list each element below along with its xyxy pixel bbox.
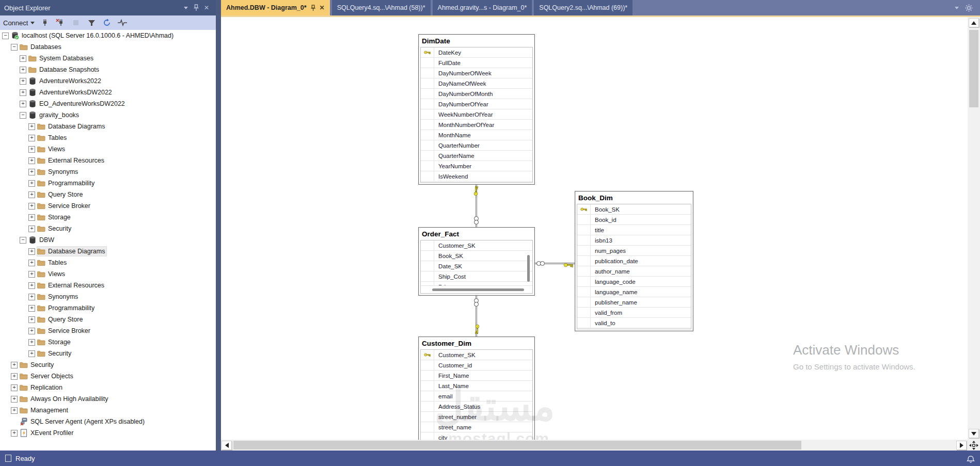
table-column-row[interactable]: valid_from (577, 308, 691, 318)
tab-close-icon[interactable]: ✕ (320, 4, 325, 11)
tree-item-query-store[interactable]: +Query Store (0, 314, 216, 325)
expand-box-icon[interactable]: + (28, 191, 35, 198)
tree-item-external-resources[interactable]: +External Resources (0, 280, 216, 291)
expand-box-icon[interactable]: + (28, 180, 35, 187)
tree-item-views[interactable]: +Views (0, 268, 216, 280)
expand-box-icon[interactable]: + (28, 260, 35, 266)
table-column-row[interactable]: Ship_Cost (421, 271, 532, 282)
expand-box-icon[interactable]: + (28, 123, 35, 130)
tree-item-database-snapshots[interactable]: +Database Snapshots (0, 64, 216, 75)
collapse-box-icon[interactable]: − (20, 112, 26, 119)
expand-box-icon[interactable]: + (11, 396, 18, 403)
table-column-row[interactable]: street_number (421, 412, 532, 422)
vertical-scrollbar-thumb[interactable] (969, 30, 978, 107)
pin-icon[interactable] (191, 3, 201, 12)
expand-box-icon[interactable]: + (11, 362, 18, 368)
activity-monitor-icon[interactable] (117, 18, 128, 28)
collapse-box-icon[interactable]: − (20, 237, 26, 244)
expand-box-icon[interactable]: + (20, 101, 26, 107)
close-icon[interactable]: ✕ (201, 3, 212, 12)
expand-box-icon[interactable]: + (28, 350, 35, 357)
scroll-left-button[interactable] (222, 441, 232, 450)
tree-item-system-databases[interactable]: +System Databases (0, 53, 216, 64)
pan-navigate-button[interactable] (968, 440, 980, 451)
tree-item-synonyms[interactable]: +Synonyms (0, 166, 216, 178)
expand-box-icon[interactable]: + (28, 339, 35, 346)
collapse-box-icon[interactable]: − (11, 44, 18, 51)
expand-box-icon[interactable]: + (28, 305, 35, 312)
scroll-up-button[interactable] (969, 18, 979, 27)
diagram-table-book_dim[interactable]: Book_DimBook_SKBook_idtitleisbn13num_pag… (575, 191, 693, 331)
expand-box-icon[interactable]: + (11, 407, 18, 414)
table-column-row[interactable]: language_code (577, 277, 691, 287)
tree-item-programmability[interactable]: +Programmability (0, 178, 216, 189)
horizontal-scrollbar-thumb[interactable] (233, 441, 801, 449)
tree-item-sql-server-agent-agent-xps-disabled[interactable]: SQL Server Agent (Agent XPs disabled) (0, 416, 216, 427)
tree-item-synonyms[interactable]: +Synonyms (0, 291, 216, 302)
expand-box-icon[interactable]: + (20, 89, 26, 96)
expand-box-icon[interactable]: + (28, 328, 35, 334)
tree-item-database-diagrams[interactable]: +Database Diagrams (0, 246, 216, 257)
table-column-row[interactable]: Address_Status (421, 401, 532, 412)
table-vertical-scrollbar-thumb[interactable] (527, 255, 530, 282)
tree-item-replication[interactable]: +Replication (0, 382, 216, 393)
connect-button[interactable]: Connect (3, 19, 35, 27)
tree-item-database-diagrams[interactable]: +Database Diagrams (0, 121, 216, 132)
expand-box-icon[interactable]: + (11, 384, 18, 391)
gear-icon[interactable] (965, 4, 973, 12)
table-column-row[interactable]: First_Name (421, 371, 532, 381)
diagram-table-order_fact[interactable]: Order_FactCustomer_SKBook_SKDate_SKShip_… (418, 227, 535, 296)
expand-box-icon[interactable]: + (28, 146, 35, 153)
refresh-icon[interactable] (102, 18, 112, 28)
table-column-row[interactable]: DayNameOfWeek (421, 78, 532, 89)
table-column-row[interactable]: Book_SK (577, 204, 691, 215)
expand-box-icon[interactable]: + (28, 271, 35, 278)
scroll-right-button[interactable] (956, 441, 967, 450)
expand-box-icon[interactable]: + (20, 78, 26, 85)
tree-item-external-resources[interactable]: +External Resources (0, 155, 216, 166)
table-column-row[interactable]: MonthName (421, 130, 532, 140)
tree-item-query-store[interactable]: +Query Store (0, 189, 216, 200)
table-column-row[interactable]: DateKey (421, 47, 532, 58)
expand-box-icon[interactable]: + (20, 55, 26, 62)
expand-box-icon[interactable]: + (28, 248, 35, 255)
tree-item-service-broker[interactable]: +Service Broker (0, 325, 216, 336)
tree-item-always-on-high-availability[interactable]: +Always On High Availability (0, 393, 216, 405)
table-column-row[interactable]: title (577, 225, 691, 235)
table-column-row[interactable]: Customer_id (421, 360, 532, 371)
diagram-canvas[interactable]: DimDateDateKeyFullDateDayNumberOfWeekDay… (221, 17, 968, 440)
window-position-icon[interactable] (181, 3, 191, 12)
table-column-row[interactable]: num_pages (577, 246, 691, 256)
diagram-table-customer_dim[interactable]: Customer_DimCustomer_SKCustomer_idFirst_… (418, 336, 535, 440)
tree-item-databases[interactable]: −Databases (0, 41, 216, 53)
tree-item-adventureworks2022[interactable]: +AdventureWorks2022 (0, 75, 216, 87)
tab-pin-icon[interactable] (310, 5, 316, 11)
table-column-row[interactable]: MonthNumberOfYear (421, 120, 532, 130)
table-column-row[interactable]: city (421, 432, 532, 440)
table-column-row[interactable]: DayNumberOfMonth (421, 89, 532, 99)
table-column-row[interactable]: DayNumberOfWeek (421, 68, 532, 78)
connect-plug-icon[interactable] (40, 18, 50, 28)
notifications-bell-icon[interactable] (967, 454, 975, 463)
expand-box-icon[interactable]: + (28, 226, 35, 232)
table-horizontal-scrollbar[interactable] (421, 285, 532, 293)
tree-item-storage[interactable]: +Storage (0, 212, 216, 223)
expand-box-icon[interactable]: + (28, 282, 35, 289)
filter-icon[interactable] (86, 18, 97, 28)
table-column-row[interactable]: isbn13 (577, 235, 691, 246)
tree-item-tables[interactable]: +Tables (0, 132, 216, 143)
table-column-row[interactable]: street_name (421, 422, 532, 432)
expand-box-icon[interactable]: + (28, 169, 35, 175)
collapse-box-icon[interactable]: − (2, 33, 9, 39)
table-column-row[interactable]: Book_SK (421, 251, 532, 261)
table-column-row[interactable]: YearNumber (421, 161, 532, 171)
tree-item-security[interactable]: +Security (0, 348, 216, 359)
document-tab-2[interactable]: SQLQuery4.sq...\Ahmad (58))* (332, 0, 431, 15)
table-column-row[interactable]: Customer_SK (421, 240, 532, 251)
diagram-table-dimdate[interactable]: DimDateDateKeyFullDateDayNumberOfWeekDay… (418, 34, 535, 185)
expand-box-icon[interactable]: + (28, 203, 35, 210)
tree-item-adventureworksdw2022[interactable]: +AdventureWorksDW2022 (0, 87, 216, 98)
document-tab-3[interactable]: Ahmed.gravity...s - Diagram_0* (433, 0, 532, 15)
tree-item-security[interactable]: +Security (0, 223, 216, 234)
tab-list-dropdown-icon[interactable] (955, 7, 959, 9)
